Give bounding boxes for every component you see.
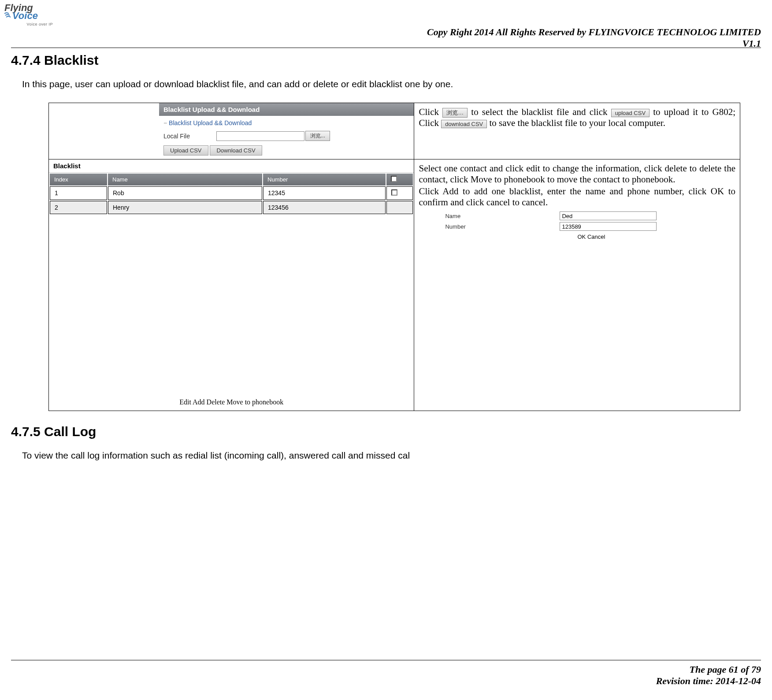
local-file-label: Local File	[163, 133, 216, 140]
desc1-a: Click	[419, 107, 439, 117]
desc2-p1: Select one contact and click edit to cha…	[419, 163, 735, 185]
upload-csv-button[interactable]: Upload CSV	[163, 145, 208, 156]
add-button[interactable]: Add	[193, 398, 205, 406]
section-heading-calllog: 4.7.5 Call Log	[11, 424, 761, 439]
blacklist-table: Index Name Number 1 Rob 12345 2	[49, 173, 414, 215]
inline-download-button[interactable]: download CSV	[441, 120, 487, 128]
cell-number: 12345	[263, 186, 386, 200]
logo: Flying Voice Voice over IP	[4, 2, 53, 33]
revision-time: Revision time: 2014-12-04	[656, 675, 761, 687]
cell-check	[386, 186, 413, 200]
edit-button[interactable]: Edit	[179, 398, 191, 406]
cell-name: Rob	[108, 186, 262, 200]
col-number: Number	[263, 174, 386, 185]
row-checkbox[interactable]	[391, 189, 397, 196]
desc2-p2: Click Add to add one blacklist, enter th…	[419, 186, 735, 208]
page-number: The page 61 of 79	[656, 664, 761, 675]
table-row[interactable]: 2 Henry 123456	[50, 201, 413, 214]
copyright-text: Copy Right 2014 All Rights Reserved by F…	[427, 26, 761, 38]
ok-button[interactable]: OK	[577, 233, 586, 240]
cell-index: 1	[50, 186, 107, 200]
section-heading-blacklist: 4.7.4 Blacklist	[11, 53, 761, 68]
page-footer: The page 61 of 79 Revision time: 2014-12…	[656, 664, 761, 687]
logo-tagline: Voice over IP	[4, 22, 53, 26]
inline-upload-button[interactable]: upload CSV	[611, 109, 650, 117]
cell-index: 2	[50, 201, 107, 214]
move-to-phonebook-button[interactable]: Move to phonebook	[226, 398, 283, 406]
cell-number: 123456	[263, 201, 386, 214]
blacklist-title: Blacklist	[49, 159, 414, 173]
cancel-button[interactable]: Cancel	[587, 233, 605, 240]
svg-text:Voice: Voice	[12, 10, 38, 21]
section-number: 4.7.4	[11, 53, 41, 67]
inline-browse-button[interactable]: 浏览…	[442, 108, 468, 118]
table-row[interactable]: 1 Rob 12345	[50, 186, 413, 200]
footer-separator	[11, 660, 761, 660]
desc1-d: to save the blacklist file to your local…	[489, 118, 665, 128]
blacklist-footer-buttons: Edit Add Delete Move to phonebook	[49, 398, 414, 406]
desc1-b: to select the blacklist file and click	[471, 107, 611, 117]
col-check	[386, 174, 413, 185]
section-intro-calllog: To view the call log information such as…	[22, 450, 761, 461]
col-name: Name	[108, 174, 262, 185]
form-name-input[interactable]	[560, 211, 657, 220]
delete-button[interactable]: Delete	[207, 398, 225, 406]
section-title: Blacklist	[44, 53, 98, 67]
screenshot-blacklist-panel: Blacklist Index Name Number 1 Rob 12345	[49, 159, 414, 411]
form-number-label: Number	[445, 223, 560, 230]
version-text: V1.1	[427, 38, 761, 49]
section-number: 4.7.5	[11, 424, 41, 439]
download-csv-button[interactable]: Download CSV	[210, 145, 262, 156]
screenshot-upload-panel: Blacklist Upload && Download Blacklist U…	[49, 103, 414, 159]
desc-blacklist: Select one contact and click edit to cha…	[414, 159, 740, 411]
doc-table: Blacklist Upload && Download Blacklist U…	[48, 103, 740, 411]
section-title: Call Log	[44, 424, 96, 439]
local-file-input[interactable]	[216, 131, 304, 141]
col-index: Index	[50, 174, 107, 185]
browse-button[interactable]: 浏览...	[305, 131, 330, 141]
cell-name: Henry	[108, 201, 262, 214]
section-intro: In this page, user can upload or downloa…	[22, 79, 761, 89]
desc-upload: Click 浏览… to select the blacklist file a…	[414, 103, 740, 159]
header-right: Copy Right 2014 All Rights Reserved by F…	[427, 26, 761, 49]
header-checkbox[interactable]	[391, 176, 397, 182]
form-number-input[interactable]	[560, 222, 657, 231]
add-form-screenshot: Name Number OK Cancel	[445, 211, 735, 240]
form-name-label: Name	[445, 213, 560, 219]
panel-header: Blacklist Upload && Download	[159, 103, 414, 116]
panel-sublink[interactable]: Blacklist Upload && Download	[163, 119, 409, 126]
